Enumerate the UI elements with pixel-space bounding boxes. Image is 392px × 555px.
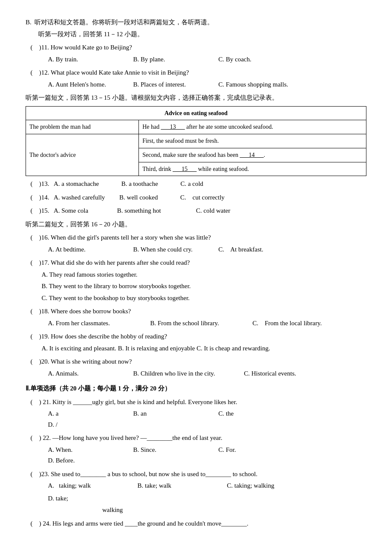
- q18-option-c: C. From the local library.: [253, 318, 346, 329]
- short2-intro-text: 听第二篇短文，回答第 16－20 小题。: [26, 219, 366, 230]
- q19-text: ( )19. How does she describe the hobby o…: [26, 331, 366, 342]
- q19-options: A. It is exciting and pleasant. B. It is…: [26, 343, 366, 354]
- q16-option-a: A. At bedtime.: [48, 244, 125, 255]
- q16-text: ( )16. When did the girl's parents tell …: [26, 232, 366, 243]
- q23-text: ( )23. She used to________ a bus to scho…: [26, 469, 366, 480]
- q18-num: )18.: [39, 308, 49, 315]
- q21-option-d: D. /: [48, 419, 125, 431]
- table-advice-label: The doctor's advice: [26, 134, 139, 176]
- question-20: ( )20. What is she writing about now? A.…: [26, 356, 366, 379]
- q11-option-b: B. By plane.: [133, 54, 210, 65]
- table-problem-label: The problem the man had: [26, 120, 139, 134]
- q12-option-a: A. Aunt Helen's home.: [48, 79, 125, 90]
- q13-paren: (: [26, 179, 37, 190]
- q21-question: Kitty is ______ugly girl, but she is kin…: [52, 399, 237, 405]
- question-23: ( )23. She used to________ a bus to scho…: [26, 469, 366, 516]
- table-caption: Advice on eating seafood: [26, 106, 366, 120]
- q18-paren: (: [26, 306, 37, 317]
- q22-option-c: C. For.: [219, 445, 295, 456]
- q24-question: His legs and arms were tied ____the grou…: [52, 520, 248, 527]
- seafood-table: Advice on eating seafood The problem the…: [26, 106, 366, 176]
- q23-option-d-cont: walking: [26, 505, 366, 516]
- q23-num: )23.: [39, 471, 49, 477]
- q18-option-b: B. From the school library.: [150, 318, 244, 329]
- q13-option-a: A. a stomachache: [54, 180, 99, 187]
- q24-num: ) 24.: [39, 520, 51, 527]
- table-row3-right: Second, make sure the seafood has been _…: [139, 148, 366, 162]
- q17-num: )17.: [39, 259, 49, 266]
- q20-paren: (: [26, 356, 37, 367]
- q12-options: A. Aunt Helen's home. B. Places of inter…: [26, 79, 366, 90]
- short1-intro-text: 听第一篇短文，回答第 13－15 小题。请根据短文内容，选择正确答案，完成信息记…: [26, 92, 366, 104]
- q21-option-b: B. an: [133, 408, 210, 419]
- q23-option-b: B. take; walk: [138, 480, 223, 491]
- q22-num: ) 22.: [39, 434, 51, 441]
- q15-option-c: C. cold water: [196, 207, 230, 214]
- q19-num: )19.: [39, 333, 49, 340]
- q15-line: ( )15. A. Some cola B. something hot C. …: [26, 205, 366, 217]
- question-15: ( )15. A. Some cola B. something hot C. …: [26, 205, 366, 217]
- q21-text: ( ) 21. Kitty is ______ugly girl, but sh…: [26, 397, 366, 408]
- q21-paren: (: [26, 397, 37, 408]
- q14-option-b: B. well cooked: [119, 194, 158, 201]
- q17-text: ( )17. What did she do with her parents …: [26, 257, 366, 269]
- q23-paren: (: [26, 469, 37, 480]
- q16-option-b: B. When she could cry.: [133, 244, 210, 255]
- q12-text: ( )12. What place would Kate take Annie …: [26, 67, 366, 78]
- q20-option-b: B. Children who live in the city.: [133, 368, 236, 379]
- q16-paren: (: [26, 232, 37, 243]
- q11-question: How would Kate go to Beijing?: [51, 44, 132, 51]
- table-row2-right: First, the seafood must be fresh.: [139, 134, 366, 148]
- q12-num: )12.: [39, 69, 49, 76]
- question-11: ( )11. How would Kate go to Beijing? A. …: [26, 42, 366, 65]
- q18-question: Where does she borrow books?: [51, 308, 131, 315]
- q19-option-a: A. It is exciting and pleasant.: [42, 345, 118, 352]
- dialog-intro: 听第一段对话，回答第 11－12 小题。: [26, 29, 366, 40]
- q12-question: What place would Kate take Annie to visi…: [51, 69, 189, 76]
- q16-options: A. At bedtime. B. When she could cry. C.…: [26, 244, 366, 255]
- q13-line: ( )13. A. a stomachache B. a toothache C…: [26, 179, 366, 190]
- question-13: ( )13. A. a stomachache B. a toothache C…: [26, 179, 366, 190]
- q22-options: A. When. B. Since. C. For. D. Before.: [26, 445, 366, 466]
- q20-options: A. Animals. B. Children who live in the …: [26, 368, 366, 379]
- q23-option-d: D. take;: [48, 493, 133, 504]
- q18-options: A. From her classmates. B. From the scho…: [26, 318, 366, 329]
- q23-question: She used to________ a bus to school, but…: [51, 471, 257, 477]
- q15-option-a: A. Some cola: [54, 207, 88, 214]
- q11-paren: (: [26, 42, 37, 53]
- q23-option-a: A. taking; walk: [48, 480, 133, 491]
- q16-question: When did the girl's parents tell her a s…: [51, 234, 211, 241]
- q19-question: How does she describe the hobby of readi…: [51, 333, 167, 340]
- section-b-header: B. 听对话和短文答题。你将听到一段对话和两篇短文，各听两遗。 听第一段对话，回…: [26, 17, 366, 40]
- q13-num: )13.: [39, 180, 49, 187]
- question-19: ( )19. How does she describe the hobby o…: [26, 331, 366, 354]
- q17-paren: (: [26, 257, 37, 269]
- question-17: ( )17. What did she do with her parents …: [26, 257, 366, 304]
- q15-option-b: B. something hot: [117, 207, 161, 214]
- question-22: ( ) 22. —How long have you lived here? —…: [26, 433, 366, 466]
- q22-option-d: D. Before.: [48, 455, 125, 466]
- q19-paren: (: [26, 331, 37, 342]
- short1-intro: 听第一篇短文，回答第 13－15 小题。请根据短文内容，选择正确答案，完成信息记…: [26, 92, 366, 104]
- q24-text: ( ) 24. His legs and arms were tied ____…: [26, 518, 366, 529]
- q22-question: —How long have you lived here? —________…: [52, 434, 222, 441]
- q13-option-c: C. a cold: [180, 180, 203, 187]
- q21-option-a: A. a: [48, 408, 125, 419]
- q22-text: ( ) 22. —How long have you lived here? —…: [26, 433, 366, 444]
- q16-option-c: C. At breakfast.: [219, 244, 295, 255]
- table-row1-right: He had ___13___ after he ate some uncook…: [139, 120, 366, 134]
- section-ii-title: Ⅱ.单项选择（共 20 小题；每小题 1 分，满分 20 分）: [26, 383, 366, 394]
- q20-question: What is she writing about now?: [51, 358, 132, 365]
- q17-option-b: B. They went to the library to borrow st…: [42, 281, 367, 292]
- q14-option-c: C. cut correctly: [180, 194, 225, 201]
- q16-num: )16.: [39, 234, 49, 241]
- q22-paren: (: [26, 433, 37, 444]
- q14-paren: (: [26, 192, 37, 203]
- q12-paren: (: [26, 67, 37, 78]
- q21-options: A. a B. an C. the D. /: [26, 408, 366, 430]
- q23-options: A. taking; walk B. take; walk C. taking;…: [26, 480, 366, 504]
- q21-num: ) 21.: [39, 399, 51, 405]
- q20-option-c: C. Historical events.: [244, 368, 329, 379]
- q20-option-a: A. Animals.: [48, 368, 125, 379]
- q11-num: )11.: [39, 44, 49, 51]
